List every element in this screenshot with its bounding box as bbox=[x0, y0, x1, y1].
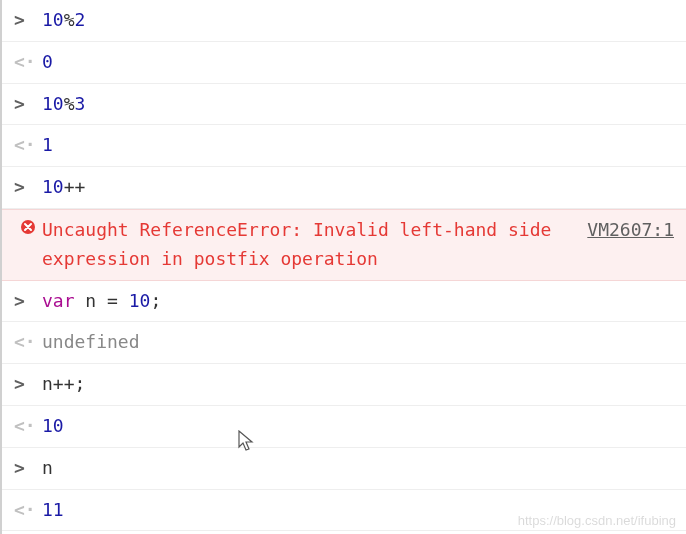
console-input-content[interactable]: n bbox=[42, 454, 674, 483]
output-prompt-icon: <· bbox=[14, 48, 42, 77]
console-input-row[interactable]: >var n = 10; bbox=[2, 281, 686, 323]
output-prompt-icon: <· bbox=[14, 131, 42, 160]
input-prompt-icon: > bbox=[14, 90, 42, 119]
input-prompt-icon: > bbox=[14, 287, 42, 316]
output-prompt-icon: <· bbox=[14, 496, 42, 525]
console-input-row[interactable]: >10%3 bbox=[2, 84, 686, 126]
input-prompt-icon: > bbox=[14, 454, 42, 483]
input-prompt-icon: > bbox=[14, 173, 42, 202]
token-sp bbox=[96, 290, 107, 311]
console-input-row[interactable]: >10%2 bbox=[2, 0, 686, 42]
token-ident: n bbox=[42, 373, 53, 394]
console-output-content: undefined bbox=[42, 328, 674, 357]
token-op: ; bbox=[75, 373, 86, 394]
token-ident: n bbox=[85, 290, 96, 311]
token-num: 2 bbox=[75, 9, 86, 30]
console-input-content[interactable]: 10++ bbox=[42, 173, 674, 202]
watermark: https://blog.csdn.net/ifubing bbox=[518, 513, 676, 528]
console-input-row[interactable]: >n bbox=[2, 448, 686, 490]
token-kw: var bbox=[42, 290, 75, 311]
output-prompt-icon: <· bbox=[14, 328, 42, 357]
token-num: 10 bbox=[42, 176, 64, 197]
token-undef: undefined bbox=[42, 331, 140, 352]
console-input-row[interactable]: >n++; bbox=[2, 364, 686, 406]
console-input-row[interactable]: >10++ bbox=[2, 167, 686, 209]
console-output-row[interactable]: <·1 bbox=[2, 125, 686, 167]
console-output-row[interactable]: <·10 bbox=[2, 406, 686, 448]
error-icon bbox=[14, 216, 42, 235]
output-prompt-icon: <· bbox=[14, 412, 42, 441]
token-op: % bbox=[64, 9, 75, 30]
console-output-content: 10 bbox=[42, 412, 674, 441]
error-message: Uncaught ReferenceError: Invalid left-ha… bbox=[42, 216, 587, 274]
token-num: 0 bbox=[42, 51, 53, 72]
console-input-content[interactable]: 10%3 bbox=[42, 90, 674, 119]
token-op: ++ bbox=[64, 176, 86, 197]
console-output-content: 0 bbox=[42, 48, 674, 77]
token-op: = bbox=[107, 290, 118, 311]
console-output-row[interactable]: <·undefined bbox=[2, 322, 686, 364]
console-input-content[interactable]: var n = 10; bbox=[42, 287, 674, 316]
token-num: 10 bbox=[129, 290, 151, 311]
token-num: 10 bbox=[42, 9, 64, 30]
token-num: 11 bbox=[42, 499, 64, 520]
error-source-link[interactable]: VM2607:1 bbox=[587, 216, 674, 245]
devtools-console[interactable]: >10%2<·0>10%3<·1>10++Uncaught ReferenceE… bbox=[0, 0, 686, 534]
token-ident: n bbox=[42, 457, 53, 478]
console-input-content[interactable]: 10%2 bbox=[42, 6, 674, 35]
input-prompt-icon: > bbox=[14, 6, 42, 35]
console-input-content[interactable]: n++; bbox=[42, 370, 674, 399]
token-num: 10 bbox=[42, 415, 64, 436]
token-num: 1 bbox=[42, 134, 53, 155]
token-num: 3 bbox=[75, 93, 86, 114]
input-prompt-icon: > bbox=[14, 370, 42, 399]
console-output-content: 1 bbox=[42, 131, 674, 160]
token-op: ++ bbox=[53, 373, 75, 394]
console-error-row[interactable]: Uncaught ReferenceError: Invalid left-ha… bbox=[2, 209, 686, 281]
token-sp bbox=[75, 290, 86, 311]
console-output-row[interactable]: <·0 bbox=[2, 42, 686, 84]
token-num: 10 bbox=[42, 93, 64, 114]
token-sp bbox=[118, 290, 129, 311]
token-op: ; bbox=[150, 290, 161, 311]
token-op: % bbox=[64, 93, 75, 114]
